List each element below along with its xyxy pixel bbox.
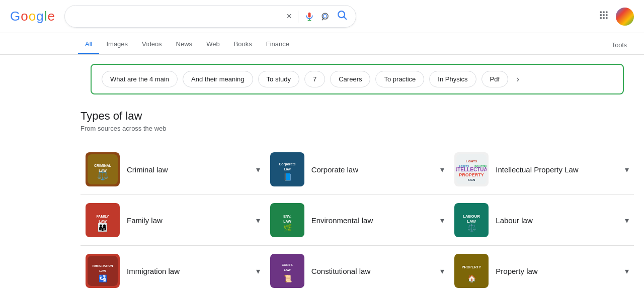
svg-text:SIGN: SIGN [468,178,475,181]
pill-practice[interactable]: To practice [375,71,424,87]
pill-7[interactable]: 7 [304,71,325,87]
nav-tabs: All Images Videos News Web Books Finance… [0,33,644,55]
svg-text:LIGHTS: LIGHTS [466,160,477,163]
pill-careers[interactable]: Careers [330,71,370,87]
svg-text:CRIMINAL: CRIMINAL [94,164,112,167]
constitutional-law-thumbnail: CONST. LAW 📜 [270,254,304,288]
labour-law-chevron: ▾ [625,216,629,225]
svg-text:ENV.: ENV. [283,215,291,218]
search-bar: types of law × [64,5,356,28]
law-item-labour[interactable]: LABOUR LAW ⚖️ Labour law ▾ [449,195,634,246]
svg-text:LAW: LAW [99,269,106,272]
immigration-law-thumbnail: IMMIGRATION LAW 🛂 [86,254,120,288]
lens-button[interactable] [320,12,331,22]
divider [298,11,298,23]
tab-news[interactable]: News [169,35,200,54]
law-column-1: CRIMINAL LAW ⚖️ Criminal law ▾ FAMILY LA… [80,144,265,294]
header-right [599,8,634,26]
svg-text:IMMIGRATION: IMMIGRATION [93,264,113,267]
svg-text:INTELLECTUAL: INTELLECTUAL [456,167,487,172]
svg-rect-11 [603,14,604,16]
svg-point-3 [322,13,328,19]
svg-text:LAW: LAW [467,219,476,224]
svg-rect-10 [600,14,602,16]
clear-button[interactable]: × [286,11,292,22]
law-item-criminal[interactable]: CRIMINAL LAW ⚖️ Criminal law ▾ [80,144,265,195]
constitutional-law-chevron: ▾ [440,266,444,276]
tab-books[interactable]: Books [227,35,259,54]
svg-text:PROPERTY: PROPERTY [462,265,481,269]
family-law-label: Family law [127,216,249,225]
family-law-thumbnail: FAMILY LAW 👨‍👩‍👧 [86,203,120,237]
svg-rect-14 [603,17,604,19]
header: Google types of law × [0,0,644,33]
svg-text:FAMILY: FAMILY [96,215,109,218]
corporate-law-thumbnail: Corporate Law 📘 [270,152,304,186]
svg-text:📜: 📜 [283,274,292,283]
corporate-thumb-img: Corporate Law 📘 [272,154,302,184]
svg-text:📘: 📘 [283,173,292,181]
tab-finance[interactable]: Finance [259,35,296,54]
mic-icon [304,12,314,22]
law-item-family[interactable]: FAMILY LAW 👨‍👩‍👧 Family law ▾ [80,195,265,246]
search-button[interactable] [337,10,348,23]
immigration-law-label: Immigration law [127,267,249,275]
svg-rect-9 [606,12,607,13]
immigration-law-chevron: ▾ [256,266,260,276]
tab-all[interactable]: All [78,35,99,54]
svg-text:LAW: LAW [99,220,107,223]
svg-text:⚖️: ⚖️ [467,224,476,232]
apps-button[interactable] [599,10,609,23]
tab-videos[interactable]: Videos [135,35,169,54]
property-law-chevron: ▾ [625,266,629,276]
labour-law-thumbnail: LABOUR LAW ⚖️ [454,203,489,237]
law-column-3: LIGHTS ASSETS INDUSTRI INTELLECTUAL PROP… [449,144,634,294]
pill-pdf[interactable]: Pdf [481,71,509,87]
law-item-immigration[interactable]: IMMIGRATION LAW 🛂 Immigration law ▾ [80,246,265,294]
ip-law-label: Intellectual Property Law [496,165,618,174]
law-item-ip[interactable]: LIGHTS ASSETS INDUSTRI INTELLECTUAL PROP… [449,144,634,195]
apps-grid-icon [599,10,609,20]
law-item-corporate[interactable]: Corporate Law 📘 Corporate law ▾ [265,144,450,195]
environmental-law-thumbnail: ENV. LAW 🌿 [270,203,304,237]
ip-law-chevron: ▾ [625,165,629,174]
svg-text:Corporate: Corporate [279,162,296,166]
svg-rect-7 [600,12,602,13]
law-item-environmental[interactable]: ENV. LAW 🌿 Environmental law ▾ [265,195,450,246]
environmental-law-label: Environmental law [311,216,434,225]
search-input[interactable]: types of law [73,12,281,21]
constitutional-law-label: Constitutional law [311,267,434,275]
pill-study[interactable]: To study [258,71,299,87]
section-subtitle: From sources across the web [80,125,634,132]
ip-law-thumbnail: LIGHTS ASSETS INDUSTRI INTELLECTUAL PROP… [454,152,489,186]
section-title: Types of law [80,110,634,123]
svg-text:LAW: LAW [283,220,291,223]
pill-meaning[interactable]: And their meaning [183,71,253,87]
pill-physics[interactable]: In Physics [429,71,476,87]
ip-thumb-img: LIGHTS ASSETS INDUSTRI INTELLECTUAL PROP… [456,154,487,184]
tab-images[interactable]: Images [99,35,135,54]
lens-icon [320,12,331,22]
labour-thumb-img: LABOUR LAW ⚖️ [456,205,487,235]
svg-rect-8 [603,12,604,13]
law-item-constitutional[interactable]: CONST. LAW 📜 Constitutional law ▾ [265,246,450,294]
svg-text:LABOUR: LABOUR [463,214,480,219]
law-grid: CRIMINAL LAW ⚖️ Criminal law ▾ FAMILY LA… [80,144,634,294]
tools-button[interactable]: Tools [605,36,634,54]
pill-main[interactable]: What are the 4 main [102,71,178,87]
voice-search-button[interactable] [304,12,314,22]
google-logo[interactable]: Google [10,9,54,24]
related-next-button[interactable]: › [513,71,522,87]
avatar[interactable] [616,8,634,26]
tab-web[interactable]: Web [199,35,227,54]
search-icon [337,10,348,21]
law-column-2: Corporate Law 📘 Corporate law ▾ ENV. LAW… [265,144,450,294]
constitutional-thumb-img: CONST. LAW 📜 [272,256,302,286]
svg-text:🌿: 🌿 [283,224,292,232]
property-thumb-img: PROPERTY 🏠 [456,256,487,286]
property-law-thumbnail: PROPERTY 🏠 [454,254,489,288]
law-item-property[interactable]: PROPERTY 🏠 Property law ▾ [449,246,634,294]
environmental-law-chevron: ▾ [440,216,444,225]
immigration-thumb-img: IMMIGRATION LAW 🛂 [88,256,118,286]
search-icons: × [286,10,348,23]
